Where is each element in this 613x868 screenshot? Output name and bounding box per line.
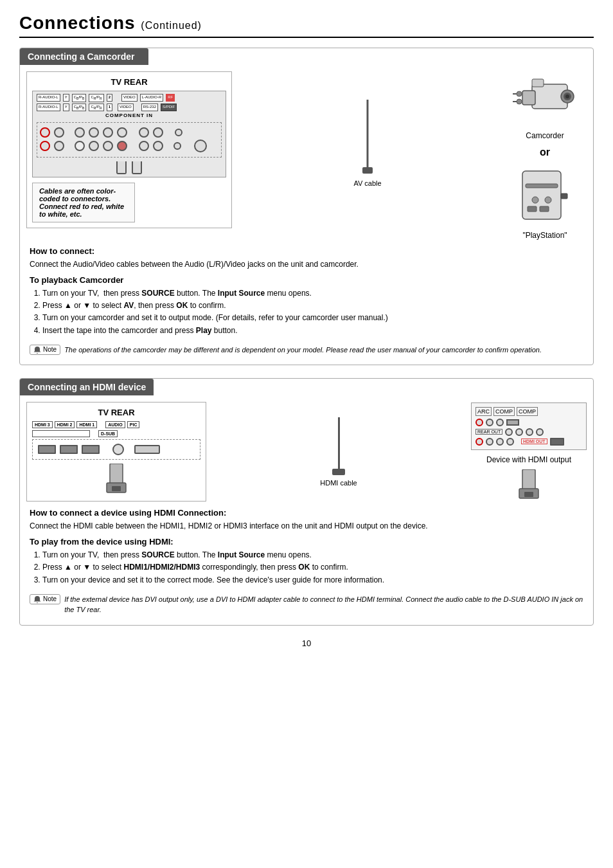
section-hdmi-title: Connecting an HDMI device	[20, 379, 154, 395]
cable-note: Cables are often color-coded to connecto…	[32, 183, 135, 222]
svg-point-15	[545, 197, 551, 203]
hdmi-play-heading: To play from the device using HDMI:	[30, 537, 583, 547]
hdmi-note-box: Note If the external device has DVI outp…	[30, 592, 583, 615]
how-to-connect-heading: How to connect:	[30, 246, 583, 256]
hdmi-port-3	[38, 445, 56, 454]
hdmi-device-connector-svg	[513, 469, 545, 502]
tv-rear-hdmi: TV REAR HDMI 3 HDMI 2 HDMI 1 AUDIO PIC D…	[26, 402, 206, 502]
camcorder-diagram: TV REAR R-AUDIO-L Y CB/PB CR/PR 2 VIDEO …	[20, 71, 593, 240]
playback-step-2: Press ▲ or ▼ to select AV, then press OK…	[42, 300, 583, 312]
av-cable-label: AV cable	[353, 179, 381, 187]
camcorder-illustration: Camcorder	[513, 71, 577, 140]
port-cr-3	[103, 141, 113, 151]
playstation-svg	[519, 165, 571, 229]
port-red-1	[40, 127, 50, 138]
hdmi-connector-svg	[100, 464, 132, 496]
camcorder-label: Camcorder	[513, 131, 577, 140]
device-ports-row-1	[475, 419, 582, 426]
hdmi-cable-line	[338, 417, 340, 469]
av-cable-svg	[342, 100, 393, 177]
device-ports-row-2: REAR OUT	[475, 428, 582, 436]
hdmi-content: How to connect a device using HDMI Conne…	[20, 508, 593, 615]
connector-strip-camcorder: R-AUDIO-L Y CB/PB CR/PR 2 VIDEO L-AUDIO-…	[32, 91, 226, 177]
hdmi-device-area: ARC COMP COMP REAR OUT	[471, 402, 587, 502]
page-title: Connections (Continued)	[19, 13, 594, 33]
svg-point-8	[517, 91, 522, 96]
port-small-2	[173, 142, 181, 150]
port-y-2	[75, 141, 85, 151]
tv-rear-camcorder: TV REAR R-AUDIO-L Y CB/PB CR/PR 2 VIDEO …	[26, 71, 232, 228]
hdmi-device-diagram: ARC COMP COMP REAR OUT	[471, 402, 587, 450]
av-conn-2	[132, 161, 142, 174]
device-hdmi-out	[550, 438, 564, 446]
port-white-2	[54, 141, 64, 151]
svg-rect-16	[528, 206, 537, 212]
port-big-1	[194, 140, 207, 152]
svg-rect-17	[540, 206, 549, 212]
camcorder-content: How to connect: Connect the Audio/Video …	[20, 246, 593, 355]
or-label: or	[540, 147, 550, 158]
continued-label: (Continued)	[141, 20, 202, 31]
hdmi-label-strip: HDMI 3 HDMI 2 HDMI 1 AUDIO PIC	[32, 421, 200, 428]
section-camcorder-title: Connecting a Camcorder	[20, 48, 148, 65]
ports-row-2	[40, 140, 218, 152]
hdmi-dsub-strip: D-SUB	[32, 430, 200, 437]
how-to-connect-text: Connect the Audio/Video cables between t…	[30, 258, 583, 270]
port-small-1	[175, 129, 182, 136]
hdmi-audio-port	[112, 444, 124, 455]
port-audio-l-1	[153, 127, 163, 138]
port-cr-1	[103, 127, 113, 138]
ports-row-1	[40, 127, 218, 138]
svg-rect-24	[524, 492, 533, 497]
ports-dashed-box	[37, 122, 222, 158]
port-video-2	[139, 141, 149, 151]
section-camcorder: Connecting a Camcorder TV REAR R-AUDIO-L…	[19, 48, 594, 365]
av-conn-1	[116, 161, 127, 174]
port-y-1	[75, 127, 85, 138]
tv-rear-label-camcorder: TV REAR	[32, 77, 226, 87]
svg-point-9	[517, 99, 522, 104]
svg-rect-7	[522, 91, 535, 105]
playback-step-1: Turn on your TV, then press SOURCE butto…	[42, 287, 583, 300]
svg-point-5	[565, 95, 569, 98]
playback-step-4: Insert the tape into the camcorder and p…	[42, 325, 583, 337]
component-in-label: COMPONENT IN	[37, 113, 222, 119]
port-audio-r-2	[153, 141, 163, 151]
svg-rect-13	[526, 184, 558, 188]
hdmi-connect-text: Connect the HDMI cable between the HDMI1…	[30, 520, 583, 532]
svg-rect-18	[561, 194, 567, 199]
svg-rect-6	[532, 79, 544, 87]
svg-rect-12	[522, 171, 561, 219]
note-bell-icon-2	[33, 595, 41, 603]
svg-rect-21	[112, 486, 121, 491]
port-cr-4	[117, 141, 127, 151]
device-ports-row-3: HDMI OUT	[475, 438, 582, 446]
connector-labels-top: R-AUDIO-L Y CB/PB CR/PR 2 VIDEO L-AUDIO-…	[37, 94, 222, 102]
section-hdmi: Connecting an HDMI device TV REAR HDMI 3…	[19, 378, 594, 626]
hdmi-cable-label: HDMI cable	[320, 479, 357, 487]
playback-heading: To playback Camcorder	[30, 275, 583, 285]
port-cb-1	[89, 127, 99, 138]
note-icon-1: Note	[30, 345, 60, 355]
camcorder-svg	[513, 71, 577, 129]
page-header: Connections (Continued)	[19, 13, 594, 38]
hdmi-port-2	[60, 445, 78, 454]
note-bell-icon	[33, 346, 41, 354]
camcorder-note-text: The operations of the camcorder may be d…	[64, 345, 542, 356]
hdmi-cable-connector	[332, 469, 345, 475]
page-number: 10	[19, 638, 594, 648]
svg-point-14	[532, 197, 538, 203]
connector-labels-bottom: R-AUDIO-L Y CB/PB CR/PR 1 VIDEO RS-232 S…	[37, 104, 222, 112]
port-cr-2	[117, 127, 127, 138]
av-cable-middle: AV cable	[238, 71, 497, 187]
device-top-labels: ARC COMP COMP	[475, 407, 582, 416]
hdmi-cable-middle: HDMI cable	[213, 417, 465, 487]
hdmi-device-label: Device with HDMI output	[486, 455, 571, 464]
hdmi-diagram: TV REAR HDMI 3 HDMI 2 HDMI 1 AUDIO PIC D…	[20, 402, 593, 502]
hdmi-step-2: Press ▲ or ▼ to select HDMI1/HDMI2/HDMI3…	[42, 561, 583, 574]
note-icon-2: Note	[30, 594, 60, 604]
playback-step-3: Turn on your camcorder and set it to out…	[42, 312, 583, 324]
playstation-illustration: "PlayStation"	[519, 165, 571, 240]
hdmi-port-1	[82, 445, 100, 454]
svg-rect-1	[362, 167, 373, 174]
